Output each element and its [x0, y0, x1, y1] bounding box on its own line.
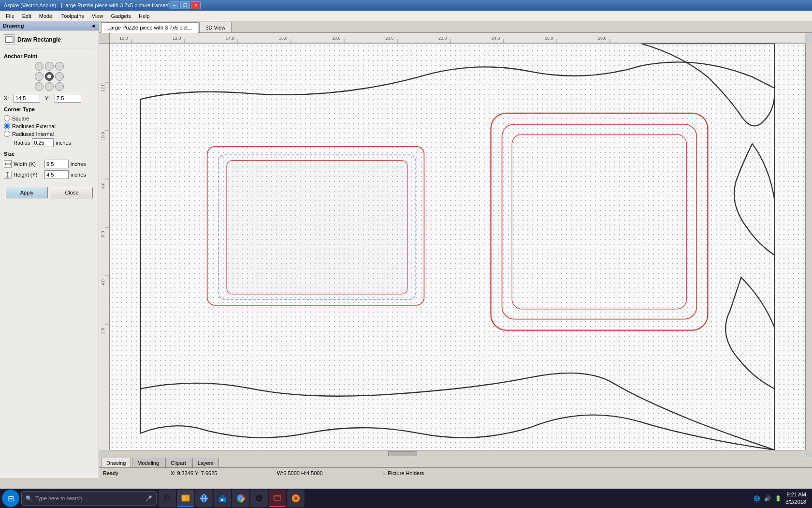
scrollbar-horizontal[interactable]: [110, 450, 805, 457]
taskbar-right: 🌐 🔊 🔋 9:21 AM 3/2/2018: [754, 491, 810, 506]
svg-text:2.0: 2.0: [101, 328, 105, 334]
taskbar-clock[interactable]: 9:21 AM 3/2/2018: [785, 491, 806, 506]
x-label: X:: [4, 95, 12, 101]
radio-radiused-internal[interactable]: [4, 131, 10, 137]
svg-rect-47: [502, 124, 697, 319]
svg-text:28.0: 28.0: [598, 36, 607, 41]
height-input[interactable]: [44, 170, 69, 179]
radio-radiused-ext-row: Radiused External: [4, 123, 95, 129]
taskbar-app-aspire[interactable]: [269, 490, 286, 507]
anchor-grid: [35, 62, 64, 91]
menu-edit[interactable]: Edit: [18, 12, 35, 20]
tab-3d-view[interactable]: 3D View: [199, 22, 232, 32]
taskbar: ⊞ 🔍 Type here to search 🎤 ⧉: [0, 489, 812, 508]
svg-text:14.0: 14.0: [226, 36, 234, 41]
taskbar-app-store[interactable]: [214, 490, 231, 507]
anchor-point-label: Anchor Point: [4, 53, 95, 59]
x-input[interactable]: [14, 94, 40, 103]
close-panel-button[interactable]: Close: [51, 187, 93, 198]
radius-input[interactable]: [32, 138, 54, 147]
restore-button[interactable]: ❐: [180, 1, 190, 9]
scrollbar-vertical[interactable]: [805, 44, 812, 450]
svg-rect-29: [99, 44, 110, 450]
menu-gadgets[interactable]: Gadgets: [107, 12, 135, 20]
bottom-tab-modeling[interactable]: Modeling: [132, 458, 164, 467]
radio-square[interactable]: [4, 115, 10, 121]
ruler-vertical: 12.0 10.0 8.0 6.0 4.0 2.0: [99, 44, 110, 450]
panel-header: Drawing ◄: [0, 21, 99, 30]
svg-text:12.0: 12.0: [173, 36, 181, 41]
svg-text:18.0: 18.0: [332, 36, 341, 41]
taskbar-app-explorer[interactable]: [177, 490, 194, 507]
anchor-tr[interactable]: [55, 62, 64, 71]
width-label: Width (X): [14, 161, 43, 167]
panel-title: Drawing: [3, 23, 24, 29]
bottom-tab-clipart[interactable]: Clipart: [165, 458, 191, 467]
left-panel: Drawing ◄ Draw Rectangle Anchor Point: [0, 21, 99, 478]
panel-collapse-icon[interactable]: ◄: [90, 23, 96, 29]
tool-icon: [4, 34, 14, 45]
corner-type-label: Corner Type: [4, 106, 95, 112]
taskbar-app-ie[interactable]: [195, 490, 213, 507]
apply-button[interactable]: Apply: [6, 187, 48, 198]
svg-point-57: [239, 497, 242, 500]
battery-icon: 🔋: [775, 495, 782, 502]
clock-date: 3/2/2018: [785, 498, 806, 506]
bottom-tab-layers[interactable]: Layers: [192, 458, 219, 467]
width-row: Width (X) inches: [4, 160, 95, 168]
menu-help[interactable]: Help: [135, 12, 154, 20]
menu-file[interactable]: File: [2, 12, 18, 20]
title-text: Aspire (Vectric Aspire) - [Large Puzzle …: [4, 2, 170, 8]
microphone-icon: 🎤: [145, 495, 152, 502]
anchor-br[interactable]: [55, 82, 64, 91]
y-input[interactable]: [55, 94, 81, 103]
tab-bar: Large Puzzle piece with 3 7x5 pict... 3D…: [99, 21, 812, 33]
anchor-mc[interactable]: [45, 72, 54, 81]
menu-model[interactable]: Model: [35, 12, 58, 20]
anchor-ml[interactable]: [35, 72, 44, 81]
taskbar-app-chrome[interactable]: [232, 490, 249, 507]
svg-text:6.0: 6.0: [101, 231, 105, 237]
title-controls: ─ ❐ ✕: [170, 1, 201, 9]
scroll-thumb-horizontal[interactable]: [388, 451, 417, 456]
menu-view[interactable]: View: [88, 12, 107, 20]
status-bar: Ready X: 9.3346 Y: 7.6625 W:6.5000 H:4.5…: [99, 467, 812, 478]
radio-square-row: Square: [4, 115, 95, 121]
taskbar-app-firefox[interactable]: [287, 490, 304, 507]
radio-square-label: Square: [12, 116, 29, 121]
menu-bar: File Edit Model Toolpaths View Gadgets H…: [0, 11, 812, 21]
drawing-canvas[interactable]: [110, 44, 805, 450]
tool-header: Draw Rectangle: [4, 34, 95, 48]
svg-text:16.0: 16.0: [279, 36, 288, 41]
taskbar-apps: ⧉: [159, 490, 304, 507]
taskbar-search[interactable]: 🔍 Type here to search 🎤: [21, 491, 157, 506]
height-unit: inches: [71, 172, 86, 178]
ruler-corner: [99, 33, 110, 44]
taskbar-app-settings[interactable]: ⚙: [250, 490, 268, 507]
svg-text:20.0: 20.0: [385, 36, 394, 41]
svg-text:24.0: 24.0: [492, 36, 500, 41]
status-ready: Ready: [103, 470, 161, 476]
width-input[interactable]: [44, 160, 69, 168]
minimize-button[interactable]: ─: [170, 1, 179, 9]
anchor-tl[interactable]: [35, 62, 44, 71]
anchor-mr[interactable]: [55, 72, 64, 81]
anchor-bl[interactable]: [35, 82, 44, 91]
anchor-tc[interactable]: [45, 62, 54, 71]
anchor-bc[interactable]: [45, 82, 54, 91]
svg-rect-58: [274, 495, 281, 500]
svg-point-61: [295, 497, 297, 500]
radio-radiused-external[interactable]: [4, 123, 10, 129]
svg-rect-48: [512, 134, 686, 309]
status-size: W:6.5000 H:4.5000: [277, 470, 374, 476]
close-window-button[interactable]: ✕: [191, 1, 201, 9]
taskbar-app-task-view[interactable]: ⧉: [159, 490, 176, 507]
menu-toolpaths[interactable]: Toolpaths: [58, 12, 88, 20]
tab-main[interactable]: Large Puzzle piece with 3 7x5 pict...: [101, 22, 198, 33]
start-button[interactable]: ⊞: [2, 490, 19, 507]
bottom-tab-drawing[interactable]: Drawing: [101, 458, 131, 467]
svg-text:22.0: 22.0: [438, 36, 447, 41]
svg-text:8.0: 8.0: [101, 182, 105, 189]
network-icon: 🌐: [754, 495, 760, 502]
size-section-label: Size: [4, 151, 95, 157]
